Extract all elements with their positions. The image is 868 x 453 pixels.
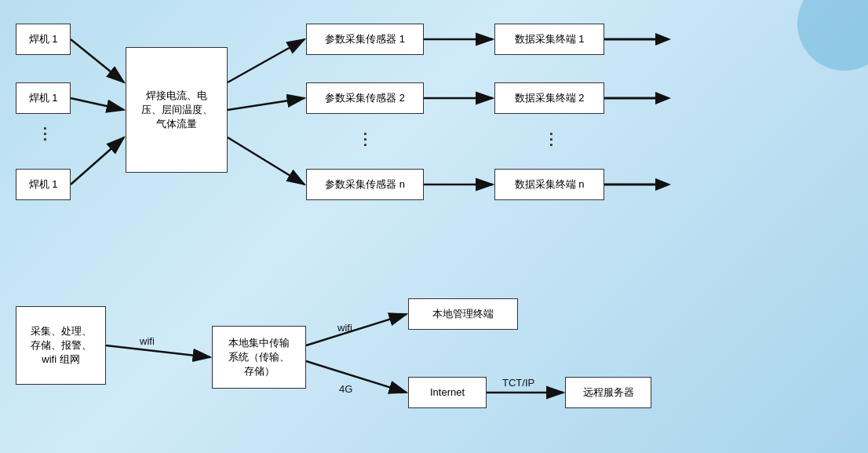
svg-marker-12 xyxy=(655,33,671,46)
sensor-2: 参数采集传感器 2 xyxy=(306,82,424,114)
tct-ip-label: TCT/IP xyxy=(502,377,534,389)
remote-server-box: 远程服务器 xyxy=(565,377,651,408)
local-mgmt-box: 本地管理终端 xyxy=(408,298,518,330)
center-process-box: 焊接电流、电 压、层间温度、 气体流量 xyxy=(126,47,228,173)
dots-welders: ⋮ xyxy=(37,124,53,143)
collect-box: 采集、处理、 存储、报警、 wifi 组网 xyxy=(16,306,106,385)
wifi-label-2: wifi xyxy=(337,322,352,334)
local-center-box: 本地集中传输 系统（传输、 存储） xyxy=(212,326,306,389)
dots-sensors: ⋮ xyxy=(357,130,373,148)
welder-1: 焊机 1 xyxy=(16,24,71,55)
svg-line-5 xyxy=(228,39,305,82)
decorative-circle xyxy=(797,0,868,71)
svg-line-2 xyxy=(71,39,124,82)
welder-2: 焊机 1 xyxy=(16,82,71,114)
4g-label: 4G xyxy=(339,383,352,395)
data-terminal-1: 数据采集终端 1 xyxy=(494,24,604,55)
svg-line-7 xyxy=(228,137,305,184)
data-terminal-2: 数据采集终端 2 xyxy=(494,82,604,114)
welder-3: 焊机 1 xyxy=(16,169,71,200)
sensor-1: 参数采集传感器 1 xyxy=(306,24,424,55)
svg-line-17 xyxy=(106,345,210,357)
wifi-label-1: wifi xyxy=(140,335,155,347)
svg-marker-14 xyxy=(655,92,671,104)
sensor-n: 参数采集传感器 n xyxy=(306,169,424,200)
internet-box: Internet xyxy=(408,377,487,408)
svg-line-6 xyxy=(228,98,305,110)
svg-line-19 xyxy=(306,361,407,393)
svg-line-18 xyxy=(306,314,407,345)
svg-marker-16 xyxy=(655,178,671,191)
data-terminal-n: 数据采集终端 n xyxy=(494,169,604,200)
svg-line-3 xyxy=(71,98,124,110)
diagram-container: 焊机 1 焊机 1 焊机 1 ⋮ 焊接电流、电 压、层间温度、 气体流量 参数采… xyxy=(0,0,868,453)
svg-line-4 xyxy=(71,137,124,184)
dots-terminals: ⋮ xyxy=(543,130,559,148)
